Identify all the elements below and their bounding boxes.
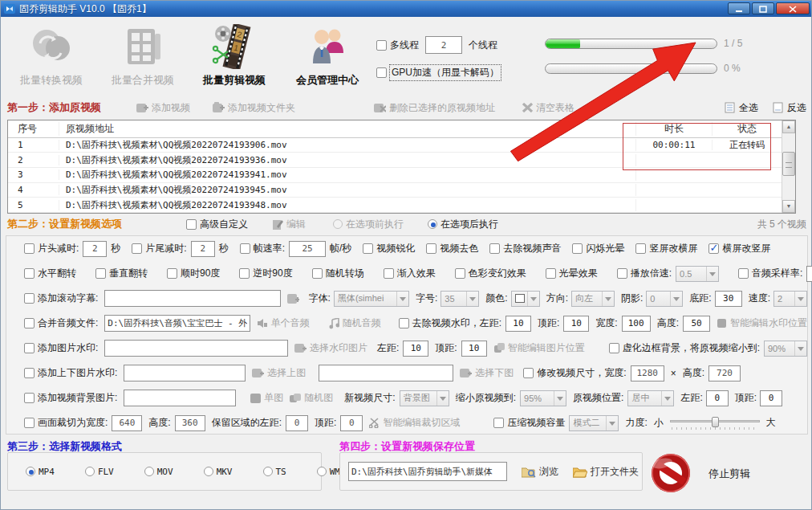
playback-speed-checkbox[interactable] [617,268,627,279]
framerate-input[interactable] [289,241,326,257]
add-folder-button[interactable]: 添加视频文件夹 [213,101,295,115]
compress-checkbox[interactable] [493,418,504,428]
wm-top-input[interactable] [563,316,589,332]
exec-before-radio[interactable] [333,219,343,229]
framerate-checkbox[interactable] [240,243,250,254]
table-scrollbar[interactable]: ▲ ▼ [782,120,795,213]
thread-count-input[interactable] [425,36,462,54]
shadow-select[interactable]: 0 [646,291,683,307]
rotate-cw90-checkbox[interactable] [167,268,177,279]
format-ts-option[interactable]: TS [263,467,286,477]
wm-left-input[interactable] [505,316,531,332]
image-watermark-path-input[interactable] [104,340,288,357]
clear-table-button[interactable]: 清空表格 [522,101,574,115]
smart-watermark-button[interactable]: 智能编辑水印位置 [717,316,807,330]
delete-selected-button[interactable]: 删除已选择的原视频地址 [374,101,495,115]
image-watermark-checkbox[interactable] [24,343,35,353]
format-mp4-option[interactable]: MP4 [26,467,55,477]
col-index[interactable]: 序号 [8,122,59,136]
flicker-halo-checkbox[interactable] [572,243,583,254]
gpu-checkbox[interactable] [376,67,387,78]
select-all-button[interactable]: 全选 [725,101,758,115]
format-flv-option[interactable]: FLV [85,467,114,477]
direction-select[interactable]: 向左 [571,291,615,307]
wm-height-input[interactable] [683,316,710,332]
single-audio-button[interactable]: 单个音频 [257,316,310,330]
resize-height-input[interactable] [708,365,741,381]
col-status[interactable]: 状态 [713,122,782,136]
compress-mode-select[interactable]: 模式二 [569,415,619,431]
format-mp4-radio[interactable] [26,467,35,476]
merge-audio-path-input[interactable] [104,315,250,332]
landscape-to-portrait-checkbox[interactable] [708,243,719,254]
choose-bottom-image-button[interactable]: 选择下图 [460,366,514,380]
subtitle-speed-select[interactable]: 2 [773,291,807,307]
rotate-ccw90-checkbox[interactable] [239,268,250,279]
position-select[interactable]: 居中 [627,390,674,406]
minimize-button[interactable] [728,2,750,14]
strength-slider[interactable] [670,417,760,430]
choose-top-image-button[interactable]: 选择上图 [252,366,306,380]
format-mov-radio[interactable] [144,467,154,476]
batch-edit-button[interactable]: 2 1 批量剪辑视频 [187,23,282,88]
col-path[interactable]: 原视频地址 [59,122,636,136]
format-flv-radio[interactable] [85,467,95,476]
open-folder-button[interactable]: 打开文件夹 [573,465,639,479]
bg-left-input[interactable] [706,390,729,406]
bottom-margin-input[interactable] [715,291,742,307]
font-color-select[interactable] [511,291,540,307]
sample-rate-input[interactable] [806,266,812,282]
blur-border-checkbox[interactable] [609,343,619,353]
font-select[interactable]: 黑体(simhei [334,291,409,307]
stop-editing-button[interactable] [648,451,694,496]
bg-top-input[interactable] [760,390,782,406]
format-ts-radio[interactable] [263,467,273,476]
browse-button[interactable]: 浏览 [522,465,558,479]
scrollbar-thumb[interactable] [782,152,795,176]
random-image-button[interactable]: 随机图 [290,391,333,405]
subtitle-text-input[interactable] [104,290,280,307]
edit-options-button[interactable]: 编辑 [272,218,306,231]
color-fx-checkbox[interactable] [455,268,465,279]
fade-in-checkbox[interactable] [384,268,394,279]
background-image-path-input[interactable] [124,390,236,406]
random-transition-checkbox[interactable] [312,268,323,279]
crop-width-input[interactable] [112,415,142,431]
batch-merge-button[interactable]: 批量合并视频 [95,23,190,88]
resize-video-checkbox[interactable] [523,368,534,378]
stop-editing-label[interactable]: 停止剪辑 [708,467,750,481]
trim-tail-input[interactable] [191,241,215,257]
bottom-image-path-input[interactable] [319,365,453,381]
image-top-input[interactable] [461,341,487,357]
advanced-custom-checkbox[interactable] [186,219,197,230]
background-image-checkbox[interactable] [24,393,35,403]
col-duration[interactable]: 时长 [636,122,713,136]
choose-watermark-image-button[interactable]: 选择水印图片 [294,341,367,355]
resize-width-input[interactable] [631,365,664,381]
close-button[interactable] [776,2,810,14]
shrink-select[interactable]: 95% [520,390,566,406]
mute-checkbox[interactable] [489,243,500,254]
smart-image-position-button[interactable]: 智能编辑图片位置 [493,341,585,355]
member-center-button[interactable]: 会员管理中心 [280,23,375,88]
save-path-input[interactable] [348,462,507,481]
playback-speed-select[interactable]: 0.5 [676,266,719,282]
format-mkv-radio[interactable] [204,467,213,476]
invert-select-button[interactable]: 反选 [773,101,806,115]
merge-audio-checkbox[interactable] [24,318,35,328]
table-row[interactable]: 1 D:\固乔科技\视频素材\QQ视频20220724193906.mov 00… [8,138,782,153]
crop-height-input[interactable] [175,415,205,431]
table-row[interactable]: 4 D:\固乔科技\视频素材\QQ视频20220724193945.mov [8,183,782,198]
random-audio-button[interactable]: 随机音频 [329,316,381,330]
slider-thumb[interactable] [712,417,719,427]
font-size-select[interactable]: 35 [441,291,479,307]
flip-vertical-checkbox[interactable] [95,268,106,279]
format-wmv-radio[interactable] [317,467,327,476]
table-row[interactable]: 3 D:\固乔科技\视频素材\QQ视频20220724193941.mov [8,168,782,183]
wm-width-input[interactable] [622,316,651,332]
sample-rate-checkbox[interactable] [738,268,749,279]
new-size-select[interactable]: 背景图 [400,390,449,406]
exec-after-radio[interactable] [428,219,437,229]
table-row[interactable]: 5 D:\固乔科技\视频素材\QQ视频20220724193948.mov [8,198,782,213]
flip-horizontal-checkbox[interactable] [24,268,35,279]
